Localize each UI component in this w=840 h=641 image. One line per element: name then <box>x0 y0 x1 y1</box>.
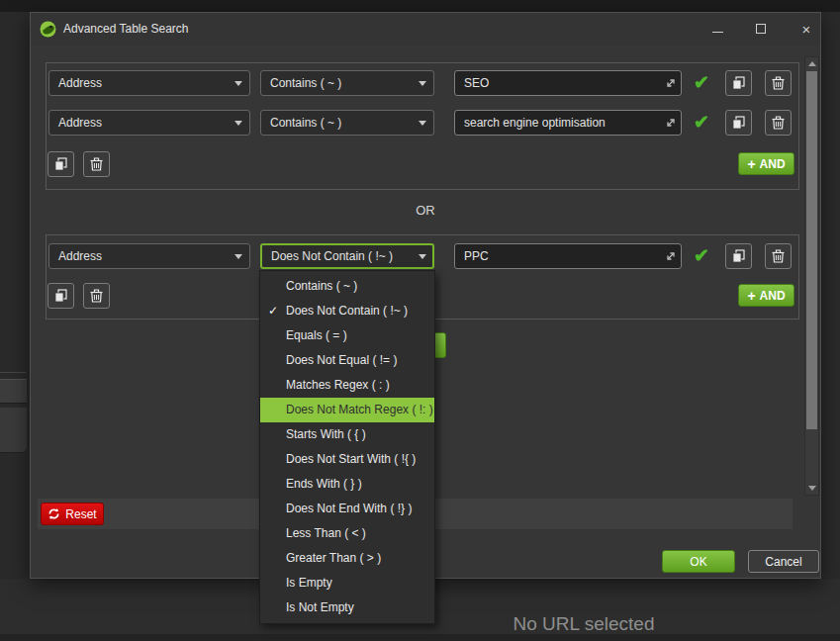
menu-item-contains[interactable]: Contains ( ~ ) <box>260 274 434 299</box>
search-value-field-wrap <box>454 110 682 136</box>
maximize-button[interactable] <box>745 17 777 41</box>
background-top-strip <box>0 0 840 12</box>
menu-item-label: Less Than ( < ) <box>286 526 366 540</box>
copy-icon <box>53 289 68 303</box>
menu-item-label: Contains ( ~ ) <box>286 279 357 293</box>
add-and-button[interactable]: + AND <box>738 284 794 307</box>
operator-dropdown[interactable]: Contains ( ~ ) <box>260 110 434 136</box>
menu-item-label: Ends With ( } ) <box>286 477 362 491</box>
field-dropdown[interactable]: Address <box>48 243 250 269</box>
operator-dropdown[interactable]: Contains ( ~ ) <box>260 70 434 96</box>
delete-row-button[interactable] <box>765 110 792 136</box>
reset-label: Reset <box>65 507 96 521</box>
reset-refresh-icon <box>47 507 60 520</box>
duplicate-row-button[interactable] <box>725 70 752 96</box>
menu-item-label: Does Not Start With ( !{ ) <box>286 452 416 466</box>
menu-item-label: Greater Than ( > ) <box>286 551 381 565</box>
menu-item-equals[interactable]: Equals ( = ) <box>260 323 434 348</box>
plus-icon: + <box>747 157 755 171</box>
chevron-down-icon <box>419 254 426 259</box>
scroll-up-button[interactable] <box>805 57 818 70</box>
chevron-down-icon <box>234 254 242 259</box>
menu-item-is-empty[interactable]: Is Empty <box>260 571 434 595</box>
valid-pattern-check-icon: ✔ <box>690 72 713 94</box>
menu-item-ends-with[interactable]: Ends With ( } ) <box>260 472 434 497</box>
field-dropdown-value: Address <box>58 249 102 263</box>
minimize-icon <box>712 32 723 33</box>
operator-dropdown-value: Contains ( ~ ) <box>270 116 341 130</box>
trash-icon <box>772 116 785 130</box>
search-value-input[interactable] <box>454 243 682 269</box>
chevron-down-icon <box>234 81 242 86</box>
maximize-icon <box>756 24 766 34</box>
menu-item-matches-regex[interactable]: Matches Regex ( : ) <box>260 373 434 398</box>
condition-row: Address Does Not Contain ( !~ ) ✔ <box>31 243 820 269</box>
menu-item-does-not-start-with[interactable]: Does Not Start With ( !{ ) <box>260 447 434 472</box>
no-url-selected-message: No URL selected <box>425 613 742 635</box>
menu-item-does-not-equal[interactable]: Does Not Equal ( != ) <box>260 348 434 373</box>
field-dropdown[interactable]: Address <box>48 70 250 96</box>
copy-icon <box>731 116 746 130</box>
cancel-label: Cancel <box>765 555 801 569</box>
add-and-button[interactable]: + AND <box>738 152 794 175</box>
plus-icon: + <box>747 289 755 303</box>
duplicate-group-button[interactable] <box>47 283 74 309</box>
arrow-up-icon <box>808 61 816 66</box>
background-panel-fragment <box>0 408 27 453</box>
duplicate-group-button[interactable] <box>47 151 74 177</box>
scrollbar-thumb[interactable] <box>806 71 817 429</box>
copy-icon <box>53 157 68 171</box>
delete-group-button[interactable] <box>83 151 110 177</box>
chevron-down-icon <box>419 121 426 126</box>
close-icon: × <box>802 21 811 38</box>
add-and-label: AND <box>760 289 786 303</box>
menu-item-label: Equals ( = ) <box>286 328 347 342</box>
menu-item-label: Matches Regex ( : ) <box>286 378 390 392</box>
condition-row: Address Contains ( ~ ) ✔ <box>31 70 820 96</box>
operator-dropdown-open[interactable]: Does Not Contain ( !~ ) <box>260 243 434 269</box>
background-panel-divider <box>0 372 27 373</box>
expand-editor-icon[interactable] <box>665 77 677 89</box>
menu-item-does-not-contain[interactable]: ✓Does Not Contain ( !~ ) <box>260 299 434 323</box>
delete-row-button[interactable] <box>765 70 792 96</box>
menu-item-greater-than[interactable]: Greater Than ( > ) <box>260 546 434 571</box>
menu-item-does-not-match-regex[interactable]: Does Not Match Regex ( !: ) <box>260 398 434 422</box>
delete-row-button[interactable] <box>765 243 792 269</box>
search-value-input[interactable] <box>454 110 682 136</box>
copy-icon <box>731 249 746 263</box>
scroll-down-button[interactable] <box>805 482 818 495</box>
delete-group-button[interactable] <box>83 283 110 309</box>
menu-item-is-not-empty[interactable]: Is Not Empty <box>260 595 434 620</box>
dialog-title: Advanced Table Search <box>63 22 189 36</box>
reset-button[interactable]: Reset <box>41 503 104 525</box>
menu-item-less-than[interactable]: Less Than ( < ) <box>260 521 434 546</box>
expand-editor-icon[interactable] <box>665 117 677 129</box>
menu-item-does-not-end-with[interactable]: Does Not End With ( !} ) <box>260 497 434 521</box>
search-value-field-wrap <box>454 243 682 269</box>
vertical-scrollbar[interactable] <box>804 56 819 496</box>
copy-icon <box>731 76 746 90</box>
expand-editor-icon[interactable] <box>665 250 677 262</box>
menu-item-label: Is Empty <box>286 576 332 590</box>
duplicate-row-button[interactable] <box>725 110 752 136</box>
field-dropdown[interactable]: Address <box>48 110 250 136</box>
field-dropdown-value: Address <box>58 76 102 90</box>
menu-item-starts-with[interactable]: Starts With ( { ) <box>260 422 434 447</box>
trash-icon <box>90 157 103 171</box>
background-panel-fragment <box>0 379 27 404</box>
add-and-label: AND <box>760 157 786 171</box>
search-value-input[interactable] <box>454 70 682 96</box>
menu-item-label: Starts With ( { ) <box>286 427 366 441</box>
field-dropdown-value: Address <box>58 116 102 130</box>
minimize-button[interactable] <box>701 17 733 41</box>
or-separator-label: OR <box>31 203 820 218</box>
close-button[interactable]: × <box>791 17 822 41</box>
dialog-titlebar[interactable]: Advanced Table Search × <box>31 13 820 46</box>
app-logo-icon <box>40 21 56 38</box>
menu-item-label: Is Not Empty <box>286 600 354 614</box>
ok-button[interactable]: OK <box>662 550 735 573</box>
cancel-button[interactable]: Cancel <box>748 550 819 573</box>
trash-icon <box>772 76 785 90</box>
duplicate-row-button[interactable] <box>725 243 752 269</box>
arrow-down-icon <box>808 486 816 491</box>
